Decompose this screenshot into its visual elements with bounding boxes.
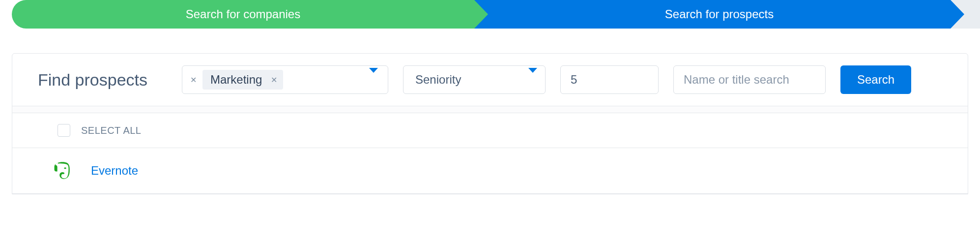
step-label: Search for prospects (665, 7, 774, 21)
select-all-label: SELECT ALL (81, 125, 141, 136)
search-button[interactable]: Search (840, 65, 911, 94)
tag-label: Marketing (210, 73, 262, 87)
select-label: Seniority (415, 73, 461, 87)
result-name-link[interactable]: Evernote (91, 164, 138, 178)
result-row[interactable]: Evernote (12, 148, 968, 194)
clear-all-tags-icon[interactable]: ✕ (187, 75, 200, 85)
progress-steps: Search for companies Search for prospect… (0, 0, 980, 29)
count-input[interactable] (571, 73, 648, 87)
remove-tag-icon[interactable]: ✕ (271, 75, 277, 85)
step-search-prospects[interactable]: Search for prospects (474, 0, 951, 29)
select-all-row: SELECT ALL (12, 113, 968, 148)
prospects-panel: Find prospects ✕ Marketing ✕ Seniority S (12, 53, 968, 194)
name-title-search-input[interactable] (684, 73, 815, 87)
filter-row: Find prospects ✕ Marketing ✕ Seniority S (12, 54, 968, 106)
chevron-down-icon[interactable] (369, 73, 378, 87)
select-all-checkbox[interactable] (58, 124, 70, 137)
divider-gap (12, 106, 968, 113)
seniority-select[interactable]: Seniority (403, 65, 546, 94)
step-search-companies[interactable]: Search for companies (12, 0, 474, 29)
name-title-search-field[interactable] (673, 65, 826, 94)
count-field[interactable] (560, 65, 659, 94)
step-label: Search for companies (186, 7, 300, 21)
tag-marketing: Marketing ✕ (202, 70, 283, 90)
department-tag-field[interactable]: ✕ Marketing ✕ (182, 65, 388, 94)
evernote-icon (52, 161, 71, 181)
panel-title: Find prospects (38, 70, 147, 90)
chevron-down-icon (528, 73, 537, 87)
